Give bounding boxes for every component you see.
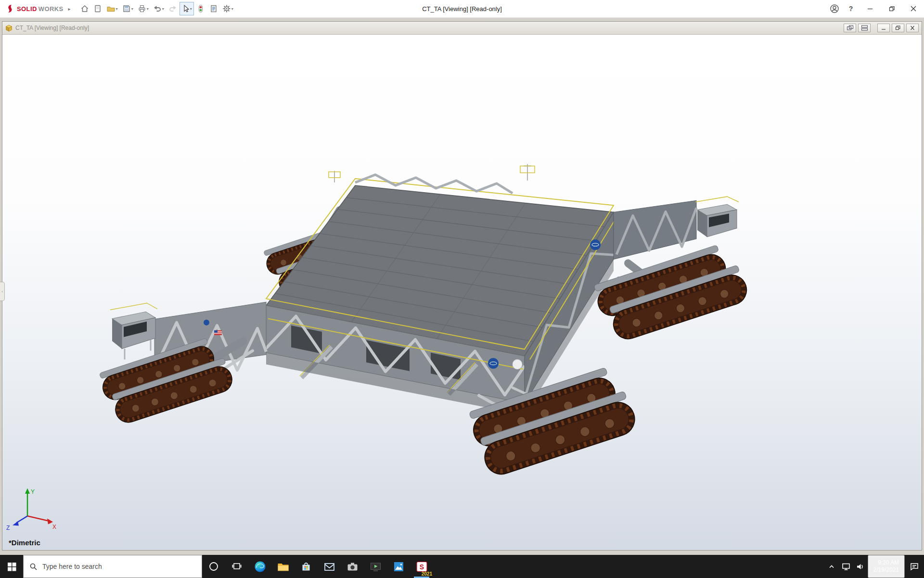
restore-icon bbox=[888, 5, 896, 13]
volume-tray-button[interactable] bbox=[853, 555, 868, 578]
rebuild-stoplight-icon bbox=[196, 4, 205, 13]
open-button[interactable]: ▾ bbox=[104, 2, 120, 15]
app-titlebar[interactable]: SOLIDWORKS ▸ ▾ ▾ bbox=[0, 0, 924, 18]
taskbar-app-solidworks[interactable]: S 2021 bbox=[410, 555, 433, 578]
workspace: CT_TA [Viewing] [Read-only] bbox=[0, 18, 924, 555]
caret-down-icon: ▾ bbox=[131, 7, 133, 11]
hidden-icons-button[interactable] bbox=[824, 555, 839, 578]
search-input[interactable]: Type here to search bbox=[23, 555, 202, 578]
taskbar-app-camera[interactable] bbox=[341, 555, 364, 578]
doc-restore-button[interactable] bbox=[892, 24, 904, 32]
close-button[interactable] bbox=[902, 0, 924, 17]
taskbar-app-file-explorer[interactable] bbox=[271, 555, 295, 578]
file-properties-button[interactable] bbox=[207, 2, 220, 15]
caret-down-icon: ▾ bbox=[231, 7, 233, 11]
display-icon bbox=[842, 563, 850, 571]
restore-icon bbox=[895, 25, 901, 31]
taskbar: Type here to search bbox=[0, 555, 924, 578]
tray-time: 9:20 AM bbox=[878, 559, 899, 566]
undo-button[interactable]: ▾ bbox=[151, 2, 166, 15]
tray-date: 2/19/2021 bbox=[873, 566, 899, 574]
pane-splitter[interactable]: ‹ bbox=[0, 282, 5, 301]
doc-arrange-button-1[interactable] bbox=[844, 24, 856, 32]
tile-windows-icon bbox=[861, 25, 868, 31]
taskbar-app-photos[interactable] bbox=[387, 555, 410, 578]
account-icon bbox=[830, 4, 839, 13]
doc-arrange-button-2[interactable] bbox=[858, 24, 871, 32]
chevron-up-icon bbox=[828, 563, 835, 570]
redo-button[interactable] bbox=[167, 2, 179, 15]
minimize-button[interactable] bbox=[859, 0, 881, 17]
options-button[interactable]: ▾ bbox=[220, 2, 235, 15]
new-document-button[interactable] bbox=[91, 2, 104, 15]
redo-icon bbox=[168, 4, 177, 13]
minimize-icon bbox=[880, 25, 887, 31]
save-button[interactable]: ▾ bbox=[120, 2, 135, 15]
screen: SOLIDWORKS ▸ ▾ ▾ bbox=[0, 0, 924, 578]
cortana-button[interactable] bbox=[202, 555, 225, 578]
taskbar-app-edge[interactable] bbox=[248, 555, 271, 578]
window-controls: ? bbox=[826, 0, 924, 17]
account-button[interactable] bbox=[826, 0, 843, 17]
select-button[interactable]: ▾ bbox=[180, 2, 194, 15]
document-title: CT_TA [Viewing] [Read-only] bbox=[15, 25, 89, 31]
select-cursor-icon bbox=[181, 4, 190, 13]
taskbar-app-mail[interactable] bbox=[318, 555, 341, 578]
taskbar-app-store[interactable] bbox=[295, 555, 318, 578]
document-window: CT_TA [Viewing] [Read-only] bbox=[2, 21, 922, 551]
help-button[interactable]: ? bbox=[843, 0, 859, 17]
camera-icon bbox=[346, 562, 359, 572]
document-window-controls bbox=[844, 24, 919, 32]
action-center-button[interactable] bbox=[905, 555, 924, 578]
help-icon: ? bbox=[849, 5, 853, 13]
movies-tv-icon bbox=[370, 562, 382, 572]
search-icon bbox=[29, 563, 38, 571]
menu-expand-button[interactable]: ▸ bbox=[65, 6, 74, 12]
triad-y-label: Y bbox=[31, 488, 35, 495]
print-button[interactable]: ▾ bbox=[136, 2, 151, 15]
minimize-icon bbox=[866, 5, 874, 13]
orientation-triad: Y X Z bbox=[6, 488, 56, 531]
caret-down-icon: ▾ bbox=[190, 7, 192, 11]
brand-name-secondary: WORKS bbox=[38, 5, 64, 13]
close-icon bbox=[909, 25, 916, 31]
task-view-icon bbox=[232, 562, 242, 571]
home-button[interactable] bbox=[78, 2, 91, 15]
right-cab bbox=[695, 197, 739, 237]
restore-button[interactable] bbox=[881, 0, 902, 17]
us-flag-left bbox=[214, 330, 222, 335]
left-cab bbox=[110, 303, 157, 359]
start-button[interactable] bbox=[0, 555, 23, 578]
triad-z-label: Z bbox=[6, 525, 10, 531]
dassault-mark-icon bbox=[6, 4, 15, 13]
rebuild-button[interactable] bbox=[194, 2, 207, 15]
display-tray-button[interactable] bbox=[839, 555, 853, 578]
doc-close-button[interactable] bbox=[906, 24, 919, 32]
doc-minimize-button[interactable] bbox=[877, 24, 890, 32]
edge-icon bbox=[254, 561, 266, 573]
triad-x-label: X bbox=[52, 524, 56, 530]
cortana-icon bbox=[208, 561, 219, 572]
search-placeholder: Type here to search bbox=[42, 563, 102, 570]
new-document-icon bbox=[93, 4, 102, 13]
print-icon bbox=[138, 4, 146, 13]
save-icon bbox=[122, 4, 131, 13]
window-title: CT_TA [Viewing] [Read-only] bbox=[422, 5, 502, 13]
taskbar-app-movies[interactable] bbox=[364, 555, 387, 578]
crawler-transporter-model: Y X Z bbox=[2, 35, 922, 550]
home-icon bbox=[80, 4, 89, 13]
task-view-button[interactable] bbox=[225, 555, 248, 578]
viewport-3d[interactable]: Y X Z *Dimetric bbox=[2, 35, 922, 550]
undo-icon bbox=[153, 4, 162, 13]
system-tray: 9:20 AM 2/19/2021 bbox=[824, 555, 924, 578]
document-titlebar[interactable]: CT_TA [Viewing] [Read-only] bbox=[2, 22, 922, 35]
gear-icon bbox=[222, 4, 231, 13]
clock[interactable]: 9:20 AM 2/19/2021 bbox=[868, 555, 905, 578]
brand-name-primary: SOLID bbox=[17, 5, 37, 13]
chevron-right-icon: ▸ bbox=[68, 6, 71, 12]
cascade-windows-icon bbox=[847, 25, 854, 31]
quick-access-toolbar: ▾ ▾ ▾ ▾ bbox=[78, 2, 235, 15]
caret-down-icon: ▾ bbox=[162, 7, 164, 11]
open-folder-icon bbox=[106, 4, 116, 13]
action-center-icon bbox=[910, 562, 919, 571]
